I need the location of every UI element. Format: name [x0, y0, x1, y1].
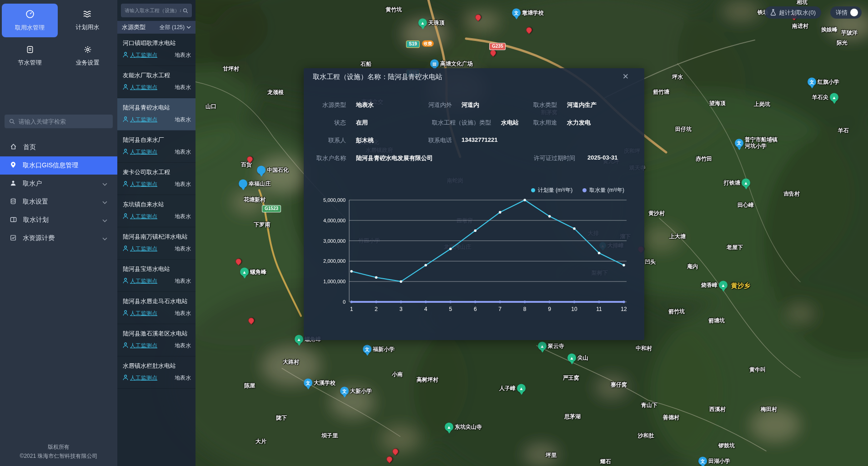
- user-icon: [10, 180, 16, 188]
- bill-icon: [10, 235, 16, 242]
- red-pin-icon[interactable]: [247, 316, 255, 325]
- mountain-pin-icon[interactable]: ▲: [742, 179, 750, 187]
- map-marker[interactable]: [236, 259, 241, 265]
- manual-monitor-link[interactable]: 人工监测点: [123, 148, 157, 156]
- map-marker[interactable]: [386, 456, 392, 462]
- sidebar-item-db[interactable]: 取水设置: [0, 193, 117, 211]
- manual-monitor-link[interactable]: 人工监测点: [123, 51, 157, 59]
- field-label: 许可证过期时间: [534, 154, 575, 162]
- map-marker[interactable]: [526, 27, 532, 33]
- sidebar-item-card[interactable]: 取水计划: [0, 211, 117, 229]
- building-pin-icon[interactable]: ▦: [430, 60, 439, 68]
- map-marker[interactable]: [475, 15, 481, 20]
- station-list-item[interactable]: 陆河县青硿水电站 人工监测点 地表水: [117, 98, 196, 130]
- module-meter[interactable]: 取用水管理: [2, 4, 58, 37]
- chart: 01,000,0002,000,0003,000,0004,000,0005,0…: [308, 195, 640, 320]
- sidebar-item-home[interactable]: 首页: [0, 138, 117, 156]
- toggle-knob-icon[interactable]: [850, 9, 858, 16]
- map-marker[interactable]: [247, 156, 253, 162]
- school-pin-icon[interactable]: 文: [340, 387, 349, 396]
- mountain-pin-icon[interactable]: ▲: [517, 384, 526, 393]
- manual-monitor-link[interactable]: 人工监测点: [123, 374, 157, 382]
- manual-monitor-link[interactable]: 人工监测点: [123, 84, 157, 91]
- road-shield: G235: [489, 43, 506, 50]
- close-icon[interactable]: ✕: [622, 72, 629, 81]
- red-pin-icon[interactable]: [246, 155, 254, 163]
- menu-label: 取水计划: [23, 216, 49, 224]
- station-list-item[interactable]: 麦卡公司取水工程 人工监测点 地表水: [117, 163, 196, 195]
- station-search[interactable]: [121, 4, 192, 17]
- mountain-pin-icon[interactable]: ▲: [830, 93, 838, 102]
- sidebar-item-user[interactable]: 取水户: [0, 175, 117, 193]
- mountain-pin-icon[interactable]: ▲: [719, 281, 728, 290]
- map-label: 下罗甫: [254, 222, 270, 228]
- sidebar-item-bill[interactable]: 水资源计费: [0, 229, 117, 247]
- station-list-item[interactable]: 水唇镇水栏肚水电站 人工监测点 地表水: [117, 356, 196, 389]
- map-label: S19: [406, 40, 420, 48]
- module-gear[interactable]: 业务设置: [60, 39, 115, 73]
- school-pin-icon[interactable]: 文: [512, 9, 521, 17]
- map-label-text: 聚云寺: [548, 343, 564, 349]
- mountain-pin-icon[interactable]: ▲: [240, 268, 249, 276]
- station-list-item[interactable]: 东坑镇自来水站 人工监测点 地表水: [117, 195, 196, 227]
- red-pin-icon[interactable]: [391, 447, 399, 456]
- station-list-item[interactable]: 友能水厂取水工程 人工监测点 地表水: [117, 66, 196, 98]
- red-pin-icon[interactable]: [525, 26, 533, 34]
- mountain-pin-icon[interactable]: ▲: [567, 354, 576, 362]
- legend-item[interactable]: 取水量 (m³/年): [582, 186, 624, 194]
- map-label-text: 石船: [361, 61, 371, 68]
- sidebar-item-pin[interactable]: 取水口GIS信息管理: [0, 156, 117, 175]
- red-pin-icon[interactable]: [385, 455, 393, 463]
- school-pin-icon[interactable]: 文: [363, 345, 371, 354]
- manual-monitor-link[interactable]: 人工监测点: [123, 277, 157, 285]
- station-list-item[interactable]: 河口镇唱歌潭水电站 人工监测点 地表水: [117, 34, 196, 66]
- school-pin-icon[interactable]: 文: [698, 457, 707, 466]
- manual-monitor-link[interactable]: 人工监测点: [123, 310, 157, 317]
- map-marker[interactable]: [490, 50, 496, 56]
- red-pin-icon[interactable]: [474, 13, 482, 21]
- map-label: 沙和肚: [638, 433, 654, 439]
- mountain-pin-icon[interactable]: ▲: [295, 335, 303, 344]
- station-search-input[interactable]: [125, 8, 181, 13]
- manual-monitor-link[interactable]: 人工监测点: [123, 213, 157, 220]
- school-pin-icon[interactable]: 文: [808, 78, 816, 86]
- red-pin-icon[interactable]: [234, 257, 242, 266]
- map-label: 文大新小学: [340, 387, 372, 396]
- legend-item[interactable]: 计划量 (m³/年): [531, 186, 573, 194]
- home-icon: [10, 143, 17, 151]
- map-label: 田心嶂: [738, 202, 754, 209]
- place-pin-icon[interactable]: [257, 166, 266, 175]
- school-pin-icon[interactable]: 文: [304, 379, 312, 387]
- mountain-pin-icon[interactable]: ▲: [538, 342, 547, 351]
- map-label: 坝子里: [321, 433, 338, 439]
- module-doc[interactable]: 节水管理: [2, 39, 58, 73]
- detail-toggle[interactable]: 详情: [830, 6, 862, 19]
- station-list-item[interactable]: 陆河县激石溪老区水电站 人工监测点 地表水: [117, 324, 196, 356]
- manual-monitor-link[interactable]: 人工监测点: [123, 245, 157, 253]
- water-source-filter[interactable]: 水源类型 全部 (125): [117, 21, 196, 34]
- manual-monitor-link[interactable]: 人工监测点: [123, 342, 157, 350]
- station-list-item[interactable]: 陆河县宝塔水电站 人工监测点 地表水: [117, 260, 196, 292]
- over-plan-intake-button[interactable]: 超计划取水(0): [765, 6, 821, 19]
- manual-monitor-link[interactable]: 人工监测点: [123, 180, 157, 188]
- map-label: 收费: [422, 40, 434, 47]
- map-marker[interactable]: [392, 449, 398, 455]
- map-label-text: 严王窝: [563, 375, 579, 381]
- map-label-text: 田仔坑: [675, 126, 692, 133]
- manual-monitor-link[interactable]: 人工监测点: [123, 116, 157, 124]
- person-icon: [123, 375, 128, 382]
- map-label-text: 羊石: [838, 128, 849, 134]
- place-pin-icon[interactable]: [239, 180, 247, 188]
- station-list-item[interactable]: 陆河县水唇走马石水电站 人工监测点 地表水: [117, 292, 196, 324]
- map-marker[interactable]: [248, 318, 254, 324]
- mountain-pin-icon[interactable]: ▲: [418, 19, 427, 27]
- module-waves[interactable]: 计划用水: [60, 4, 115, 37]
- station-name: 陆河县青硿水电站: [123, 104, 191, 112]
- station-list-item[interactable]: 陆河县自来水厂 人工监测点 地表水: [117, 130, 196, 163]
- sidebar-search-input[interactable]: [19, 118, 108, 125]
- map-label: 田仔坑: [675, 126, 692, 133]
- mountain-pin-icon[interactable]: ▲: [445, 423, 453, 431]
- sidebar-search[interactable]: [5, 115, 113, 128]
- station-list-item[interactable]: 陆河县南万镇杞洋水电站 人工监测点 地表水: [117, 227, 196, 260]
- school-pin-icon[interactable]: 文: [735, 139, 743, 148]
